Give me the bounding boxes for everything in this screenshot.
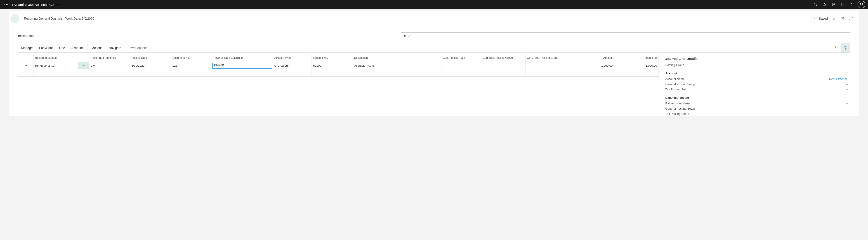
cell-recurring-method[interactable]: RF Reversin... bbox=[34, 62, 78, 69]
cmd-account[interactable]: Account bbox=[68, 43, 86, 53]
col-recurring-frequency[interactable]: Recurring Frequency bbox=[89, 55, 130, 62]
fb-tax-posting-setup[interactable]: Tax Posting Setup – bbox=[665, 87, 848, 92]
svg-line-10 bbox=[816, 5, 817, 6]
cmd-post-print[interactable]: Post/Print bbox=[36, 43, 56, 53]
cell-amount-currency[interactable]: 1,000.00 bbox=[614, 62, 658, 69]
cell-recurring-frequency[interactable]: CM bbox=[89, 62, 130, 69]
svg-point-16 bbox=[845, 47, 846, 47]
col-selector bbox=[18, 55, 34, 62]
back-button[interactable] bbox=[10, 14, 20, 23]
fb-section-balance-account: Balance Account bbox=[665, 96, 848, 99]
fb-bal-gen-posting-setup[interactable]: General Posting Setup – bbox=[665, 106, 848, 111]
col-reverse-date-calc[interactable]: Reverse Date Calculation bbox=[212, 55, 273, 62]
saved-indicator: Saved bbox=[814, 17, 828, 20]
search-icon[interactable] bbox=[811, 0, 820, 9]
fb-section-account: Account bbox=[665, 72, 848, 75]
col-account-type[interactable]: Account Type bbox=[273, 55, 312, 62]
cell-description[interactable]: Accruals - April bbox=[352, 62, 441, 69]
cell-amount[interactable]: 1,000.00 bbox=[570, 62, 614, 69]
app-title: Dynamics 365 Business Central bbox=[12, 3, 60, 6]
dotted-leader bbox=[40, 36, 398, 36]
svg-rect-3 bbox=[4, 4, 5, 5]
svg-rect-6 bbox=[4, 6, 5, 6]
svg-point-9 bbox=[814, 3, 816, 5]
help-icon[interactable] bbox=[847, 0, 856, 9]
col-document-no[interactable]: Document No. bbox=[171, 55, 212, 62]
svg-rect-8 bbox=[7, 6, 8, 6]
page-title: Recurring General Journals | Work Date: … bbox=[24, 17, 94, 20]
col-row-menu bbox=[78, 55, 89, 62]
page-title-name: Recurring General Journals bbox=[24, 17, 63, 20]
svg-rect-2 bbox=[7, 3, 8, 3]
cell-reverse-date-calc[interactable] bbox=[212, 62, 273, 69]
svg-rect-5 bbox=[7, 4, 8, 5]
cell-gen-prod-posting-group[interactable] bbox=[526, 62, 570, 69]
popout-icon[interactable] bbox=[840, 16, 845, 21]
svg-rect-4 bbox=[6, 4, 7, 5]
app-launcher-icon[interactable] bbox=[2, 0, 11, 9]
cmd-manage[interactable]: Manage bbox=[18, 43, 36, 53]
cell-account-type[interactable]: G/L Account bbox=[273, 62, 312, 69]
svg-rect-1 bbox=[6, 3, 7, 3]
col-amount[interactable]: Amount bbox=[570, 55, 614, 62]
svg-rect-0 bbox=[4, 3, 5, 3]
col-gen-bus-posting-group[interactable]: Gen. Bus. Posting Group bbox=[481, 55, 526, 62]
flag-icon[interactable] bbox=[829, 0, 838, 9]
journal-grid: Recurring Method Recurring Frequency Pos… bbox=[18, 55, 659, 116]
collapse-icon[interactable] bbox=[848, 16, 854, 21]
cell-document-no[interactable]: 123 bbox=[171, 62, 212, 69]
row-selector-icon[interactable] bbox=[18, 62, 34, 69]
col-amount-currency[interactable]: Amount ($) bbox=[614, 55, 658, 62]
cell-account-no[interactable]: 60100 bbox=[312, 62, 352, 69]
global-topbar: Dynamics 365 Business Central RZ bbox=[0, 0, 868, 9]
work-date-text: Work Date: 5/6/2020 bbox=[65, 17, 94, 20]
fb-account-name[interactable]: Account Name Rent Expense bbox=[665, 77, 848, 82]
cmd-line[interactable]: Line bbox=[56, 43, 68, 53]
notifications-icon[interactable] bbox=[820, 0, 829, 9]
cmd-navigate[interactable]: Navigate bbox=[105, 43, 124, 53]
filter-icon[interactable] bbox=[832, 43, 841, 53]
svg-rect-7 bbox=[6, 6, 7, 6]
svg-point-11 bbox=[842, 4, 843, 5]
cell-posting-date[interactable]: 4/30/2020 bbox=[130, 62, 171, 69]
top-icons: RZ bbox=[811, 0, 866, 9]
table-row[interactable]: RF Reversin... ⋮ CM 4/30/2020 123 G/L Ac… bbox=[18, 62, 658, 69]
table-row-empty[interactable] bbox=[18, 69, 658, 77]
col-account-no[interactable]: Account No. bbox=[312, 55, 352, 62]
fb-bal-tax-posting-setup[interactable]: Tax Posting Setup – bbox=[665, 111, 848, 116]
fb-bal-account-name[interactable]: Bal. Account Name – bbox=[665, 101, 848, 106]
factbox-journal-line-details: Journal Line Details Posting Group – Acc… bbox=[659, 55, 850, 116]
row-menu-icon[interactable]: ⋮ bbox=[78, 62, 89, 69]
info-pane-toggle-icon[interactable] bbox=[841, 43, 850, 53]
reverse-date-calc-input[interactable] bbox=[214, 63, 271, 67]
settings-gear-icon[interactable] bbox=[838, 0, 847, 9]
cmd-actions[interactable]: Actions bbox=[87, 43, 105, 53]
fb-posting-group[interactable]: Posting Group – bbox=[665, 62, 848, 67]
batch-lookup-icon[interactable]: ··· bbox=[843, 34, 848, 37]
command-bar: Manage Post/Print Line Account Actions N… bbox=[18, 43, 850, 53]
col-description[interactable]: Description bbox=[352, 55, 441, 62]
col-gen-posting-type[interactable]: Gen. Posting Type bbox=[441, 55, 481, 62]
batch-name-input[interactable] bbox=[403, 34, 844, 37]
cmd-fewer-options[interactable]: Fewer options bbox=[125, 43, 151, 53]
fb-gen-posting-setup[interactable]: General Posting Setup – bbox=[665, 82, 848, 87]
page-header: Recurring General Journals | Work Date: … bbox=[9, 11, 859, 23]
cell-gen-bus-posting-group[interactable] bbox=[481, 62, 526, 69]
batch-name-row: Batch Name ··· bbox=[18, 28, 850, 43]
factbox-title: Journal Line Details bbox=[665, 55, 848, 62]
user-avatar[interactable]: RZ bbox=[858, 1, 865, 8]
col-recurring-method[interactable]: Recurring Method bbox=[34, 55, 78, 62]
batch-name-label: Batch Name bbox=[18, 34, 34, 37]
bookmark-icon[interactable] bbox=[831, 16, 836, 21]
col-posting-date[interactable]: Posting Date bbox=[130, 55, 171, 62]
col-gen-prod-posting-group[interactable]: Gen. Prod. Posting Group bbox=[526, 55, 570, 62]
cell-gen-posting-type[interactable] bbox=[441, 62, 481, 69]
batch-name-input-wrap[interactable]: ··· bbox=[401, 32, 850, 39]
